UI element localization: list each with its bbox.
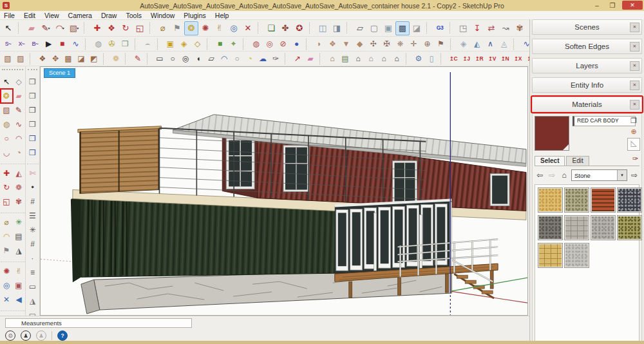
arc-tool[interactable]: ◠▾	[53, 21, 67, 35]
diamond-tool[interactable]: ◈	[457, 37, 470, 50]
collection-dropdown[interactable]: Stone ▼	[571, 169, 627, 181]
3d-model-canvas[interactable]	[41, 67, 527, 315]
default-paint-icon[interactable]: ◺	[627, 138, 640, 151]
line-dropdown-arrow[interactable]: ▾	[48, 26, 50, 30]
smoove-tool[interactable]: ▼	[339, 37, 353, 50]
follow-me-tool[interactable]: ❁	[13, 180, 25, 195]
dice-tool[interactable]: ❒	[118, 37, 132, 50]
lines-tool[interactable]: ≡	[27, 265, 39, 280]
layer-c-tool[interactable]: ↥C	[447, 52, 460, 65]
tray-scenes[interactable]: Scenes✕	[532, 19, 642, 35]
menu-draw[interactable]: Draw	[101, 12, 117, 19]
tape-measure-tool[interactable]: ⌀	[156, 21, 170, 35]
user-credits-icon[interactable]: ♟	[21, 330, 31, 341]
material-swatch-gray-rough-stone[interactable]	[538, 215, 563, 240]
previous-tool[interactable]: ◀	[13, 292, 25, 307]
material-swatch-stone-pavers[interactable]	[564, 215, 589, 240]
shape-round-tool[interactable]: ○	[231, 52, 243, 65]
arc-dropdown-arrow[interactable]: ▾	[62, 26, 64, 30]
chevron-down-icon[interactable]: ▼	[617, 170, 627, 180]
sandbox-from-contours-tool[interactable]: ◗	[312, 37, 326, 50]
eyedropper-icon[interactable]: ✑	[632, 155, 638, 163]
tab-edit[interactable]: Edit	[566, 156, 589, 166]
add-detail-tool[interactable]: ✠	[380, 37, 393, 50]
terrain-c-tool[interactable]: ⚑	[434, 37, 448, 50]
terrain-b-tool[interactable]: ⊕	[421, 37, 434, 50]
sandbox-from-scratch-tool[interactable]: ❖	[326, 37, 339, 50]
sphere-slash-tool[interactable]: ⊘	[276, 37, 290, 50]
shape-arc-tool[interactable]: ◠	[218, 52, 231, 65]
zoom-extents-tool[interactable]: ✕	[241, 21, 255, 35]
pencil-red-tool[interactable]: ✎	[131, 52, 144, 65]
sign-in-icon[interactable]: ♟	[36, 330, 46, 341]
sphere-tool[interactable]: ◍	[91, 37, 105, 50]
play-tool[interactable]: ▶	[42, 37, 55, 50]
rotate-tool[interactable]: ↻	[118, 21, 133, 35]
offset-tool[interactable]: ✾	[13, 195, 25, 209]
hidden-line-tool[interactable]: ▢	[367, 21, 381, 35]
zoom-window-tool[interactable]: ▣	[13, 278, 25, 292]
component-tool[interactable]: ❏	[264, 21, 278, 35]
shape-scribble-tool[interactable]: ✑	[269, 52, 282, 65]
3d-viewport[interactable]: Scene 1	[40, 66, 528, 316]
line-tool[interactable]: ✎▾	[39, 21, 53, 35]
help-icon[interactable]: ?	[57, 330, 68, 341]
tray-layers[interactable]: Layers✕	[532, 58, 642, 73]
sphere-red-a-tool[interactable]: ◍	[249, 37, 263, 50]
zoom-extents-tool[interactable]: ✕	[1, 292, 13, 307]
gears-tool[interactable]: ⚙	[412, 52, 425, 65]
tray-close-icon[interactable]: ✕	[630, 81, 639, 90]
push-pull-tool[interactable]: ◭	[13, 166, 25, 180]
curve-tool-tool[interactable]: ∿	[520, 37, 529, 50]
drape-tool[interactable]: ✣	[366, 37, 380, 50]
shape-ellipse-tool[interactable]: ◎	[179, 52, 192, 65]
panel-page-tool[interactable]: ▯	[425, 52, 438, 65]
pan-tool[interactable]: ✌	[13, 264, 25, 278]
rectangle-dropdown-arrow[interactable]: ▾	[77, 26, 79, 30]
material-swatch-tan-stone-blocks[interactable]	[538, 243, 563, 268]
dimension-tool[interactable]: ⚑	[170, 21, 184, 35]
green-box-tool[interactable]: ■	[213, 37, 227, 50]
arrow-red-tool[interactable]: ↗	[291, 52, 304, 65]
material-swatch-olive-pebbles[interactable]	[564, 187, 589, 213]
circle-tool[interactable]: ◍	[1, 117, 13, 131]
tray-entity-info[interactable]: Entity Info✕	[532, 77, 642, 93]
scissors-tool[interactable]: ✄	[27, 166, 39, 180]
house-c-tool[interactable]: ⌂	[352, 52, 365, 65]
xray-tool[interactable]: ◫	[316, 21, 330, 35]
close-button[interactable]: ✕	[622, 1, 643, 10]
eraser-pink-tool[interactable]: ▰	[304, 52, 317, 65]
g3-plugin-tool[interactable]: G3	[433, 21, 447, 35]
arc-2-tool[interactable]: ◡	[1, 146, 13, 160]
point-tool[interactable]: •	[27, 180, 39, 195]
scale-tool[interactable]: ◱	[1, 195, 13, 209]
corner-tool[interactable]: ◳	[456, 21, 470, 35]
grid-tool[interactable]: #	[27, 195, 39, 209]
pan-tool[interactable]: ✌	[213, 21, 227, 35]
roof-a-tool[interactable]: ◭	[470, 37, 484, 50]
create-material-icon[interactable]: ⊕	[629, 127, 639, 136]
box-3-tool[interactable]: ❒	[27, 103, 39, 117]
rotate-tool[interactable]: ↻	[1, 180, 13, 195]
tray-soften-edges[interactable]: Soften Edges✕	[532, 39, 642, 54]
knot-tool[interactable]: ✾	[513, 21, 527, 35]
select-tool[interactable]: ↖	[1, 75, 13, 89]
orbit-tool[interactable]: ✺	[1, 264, 13, 278]
eraser-tool[interactable]: ▰	[13, 89, 25, 103]
tex-6-tool[interactable]: ◪	[75, 52, 88, 65]
box-5-tool[interactable]: ❒	[27, 131, 39, 146]
material-swatch-olive-spotted-stone[interactable]	[617, 215, 642, 240]
scene-tab[interactable]: Scene 1	[44, 68, 75, 78]
toolbar-drag-handle[interactable]	[28, 69, 37, 73]
polygon-tool[interactable]: ○	[1, 131, 13, 146]
bubble-tool[interactable]: B~	[28, 37, 42, 50]
material-swatch-stacked-red-stone[interactable]	[591, 187, 616, 213]
sphere-red-b-tool[interactable]: ◎	[263, 37, 276, 50]
text-tool[interactable]: ▤	[13, 229, 25, 244]
tape-measure-tool[interactable]: ⌀	[1, 215, 13, 229]
zoom-tool[interactable]: ◎	[1, 278, 13, 292]
gold-box-b-tool[interactable]: ◈	[177, 37, 191, 50]
tex-2-tool[interactable]: ▨	[14, 52, 27, 65]
menu-plugins[interactable]: Plugins	[184, 12, 205, 19]
menu-file[interactable]: File	[4, 12, 15, 19]
